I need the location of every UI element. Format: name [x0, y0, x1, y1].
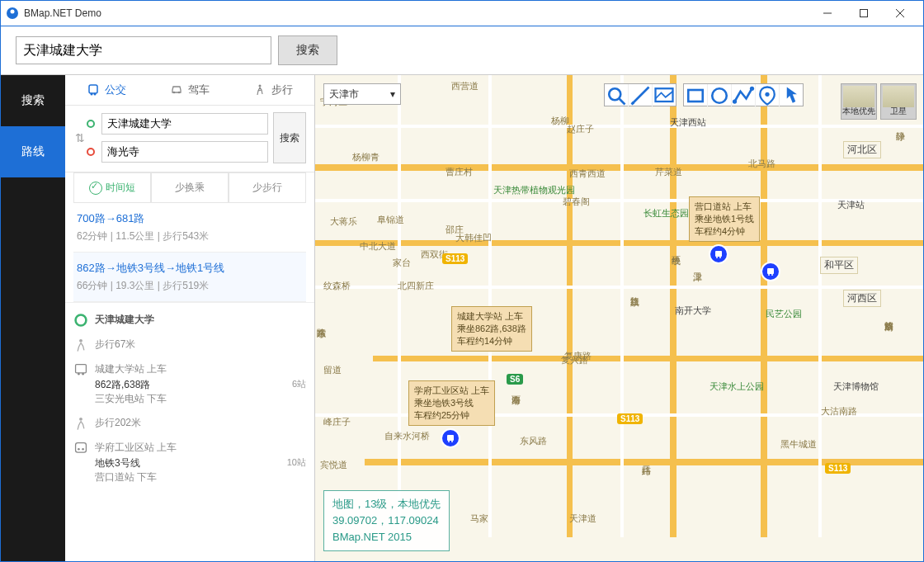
svg-point-26: [771, 274, 773, 276]
travel-modes: 公交 驾车 步行: [65, 75, 314, 106]
svg-point-28: [716, 257, 718, 258]
svg-point-19: [78, 448, 80, 451]
app-icon: [6, 7, 19, 20]
svg-rect-27: [715, 251, 722, 257]
svg-rect-21: [447, 435, 454, 441]
route-panel: 公交 驾车 步行 ⇅ 搜索 时间短: [65, 75, 315, 561]
svg-point-25: [768, 274, 770, 276]
map-tooltip: 城建大学站 上车乘坐862路,638路车程约14分钟: [451, 306, 532, 352]
layer-switch: 本地优先 卫星: [841, 83, 917, 120]
origin-input[interactable]: [101, 113, 268, 135]
route-option[interactable]: 862路→地铁3号线→地铁1号线 66分钟 | 19.3公里 | 步行519米: [73, 253, 306, 302]
svg-point-20: [82, 448, 84, 451]
map-status: 地图，13级，本地优先 39.09702，117.09024 BMap.NET …: [323, 490, 450, 551]
sort-time[interactable]: 时间短: [73, 172, 151, 202]
origin-icon: [73, 313, 88, 328]
svg-point-37: [733, 99, 737, 103]
city-select[interactable]: 天津市 ▾: [323, 83, 401, 105]
sort-walk[interactable]: 少步行: [229, 172, 306, 202]
walk-step-icon: [73, 416, 88, 431]
svg-point-39: [765, 92, 769, 97]
walk-icon: [253, 83, 266, 97]
svg-point-30: [609, 88, 620, 100]
svg-point-29: [719, 257, 721, 258]
svg-point-33: [632, 102, 635, 105]
pointer-tool-icon[interactable]: [780, 84, 803, 107]
svg-rect-14: [76, 365, 87, 373]
bus-icon: [87, 83, 100, 97]
car-icon: [170, 83, 183, 97]
svg-point-38: [750, 87, 754, 91]
dest-dot-icon: [87, 148, 95, 156]
svg-point-9: [173, 92, 176, 94]
nav-search[interactable]: 搜索: [1, 75, 65, 126]
search-input[interactable]: [16, 36, 271, 64]
svg-point-15: [78, 373, 80, 375]
bus-step-icon: [73, 362, 88, 377]
svg-point-36: [712, 88, 727, 103]
subway-step-icon: [73, 441, 88, 456]
layer-satellite[interactable]: 卫星: [880, 83, 917, 120]
origin-dot-icon: [87, 120, 95, 128]
minimize-button[interactable]: [809, 2, 846, 25]
svg-point-7: [91, 93, 93, 96]
map-canvas[interactable]: 宁河区 西青道 杨柳青 西营道 曹庄村 杨柳 天津西站 赵庄子 西青西道 芹菜道…: [315, 75, 923, 561]
search-bar: 搜索: [1, 26, 923, 75]
search-button[interactable]: 搜索: [278, 35, 337, 65]
route-steps: 天津城建大学 步行67米 城建大学站 上车 862路,638路 三安光电站 下车…: [65, 302, 314, 489]
window-title: BMap.NET Demo: [24, 7, 809, 19]
svg-line-32: [632, 87, 649, 105]
mode-walk[interactable]: 步行: [253, 83, 293, 97]
mode-transit[interactable]: 公交: [87, 83, 126, 97]
mode-drive[interactable]: 驾车: [170, 83, 210, 97]
maximize-button[interactable]: [846, 2, 882, 25]
transit-stop-icon: [441, 428, 460, 448]
svg-point-17: [79, 418, 82, 421]
rect-draw-icon[interactable]: [684, 84, 708, 107]
svg-rect-35: [688, 90, 703, 102]
route-option[interactable]: 700路→681路 62分钟 | 11.5公里 | 步行543米: [73, 203, 306, 253]
marker-draw-icon[interactable]: [756, 84, 780, 107]
layer-local[interactable]: 本地优先: [841, 83, 877, 120]
titlebar: BMap.NET Demo: [1, 1, 923, 26]
svg-rect-24: [767, 268, 774, 274]
walk-step-icon: [73, 338, 88, 352]
nav-route[interactable]: 路线: [1, 126, 65, 177]
svg-point-22: [448, 441, 450, 442]
svg-rect-6: [89, 85, 97, 93]
svg-point-16: [82, 373, 84, 375]
left-nav: 搜索 路线: [1, 75, 65, 561]
svg-rect-18: [76, 443, 87, 453]
svg-line-31: [620, 99, 625, 105]
zoom-tool-icon[interactable]: [605, 84, 629, 107]
svg-point-10: [178, 92, 181, 94]
svg-point-8: [94, 93, 97, 96]
sort-transfer[interactable]: 少换乘: [151, 172, 229, 202]
sort-tabs: 时间短 少换乘 少步行: [73, 172, 306, 203]
chevron-down-icon: ▾: [390, 88, 395, 100]
svg-point-1: [11, 10, 15, 14]
map-toolbar: [604, 83, 804, 106]
transit-stop-icon: [761, 262, 780, 281]
swap-icon[interactable]: ⇅: [73, 131, 87, 144]
transit-stop-icon: [709, 244, 728, 264]
polyline-draw-icon[interactable]: [732, 84, 756, 107]
route-search-button[interactable]: 搜索: [273, 112, 306, 163]
map-tooltip: 营口道站 上车乘坐地铁1号线车程约4分钟: [689, 196, 760, 242]
ruler-tool-icon[interactable]: [629, 84, 653, 107]
svg-point-12: [76, 315, 87, 326]
svg-point-23: [451, 441, 453, 442]
svg-rect-3: [860, 10, 868, 17]
svg-point-11: [258, 85, 261, 87]
circle-draw-icon[interactable]: [708, 84, 732, 107]
screenshot-tool-icon[interactable]: [653, 84, 676, 107]
svg-point-13: [79, 339, 82, 342]
dest-input[interactable]: [101, 141, 268, 163]
map-tooltip: 学府工业区站 上车乘坐地铁3号线车程约25分钟: [408, 380, 495, 426]
close-button[interactable]: [882, 2, 918, 25]
